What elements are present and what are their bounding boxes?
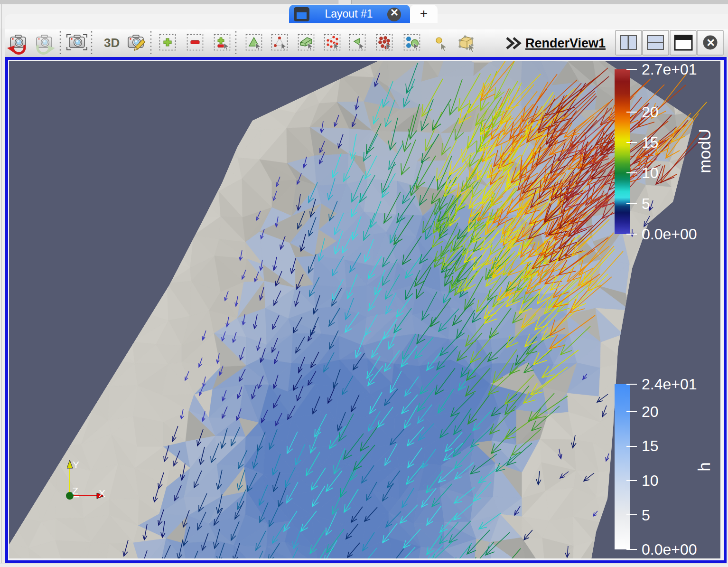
svg-text:RenderView1: RenderView1 [525,36,606,50]
svg-text:✕: ✕ [706,37,715,49]
svg-text:3D: 3D [104,36,120,50]
